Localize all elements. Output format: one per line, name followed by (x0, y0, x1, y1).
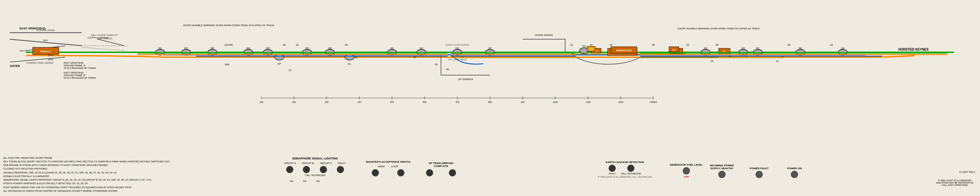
svg-text:800: 800 (488, 101, 492, 103)
svg-text:UP  LOOP  MAIN: UP LOOP MAIN (448, 58, 467, 61)
note-line10: ALL DISTANCES IN YARDS FROM CENTRE OF SI… (3, 189, 225, 193)
up-train-indicator-2 (449, 169, 456, 177)
svg-text:CONNECTING SIDING: CONNECTING SIDING (26, 61, 54, 64)
earth-call-label: CALL TECHNICIAN (620, 172, 641, 175)
up-train-panel: UP TRAIN ARRIVED COMPLETE (422, 162, 461, 177)
svg-text:500: 500 (390, 101, 394, 103)
earth-leakage-panel: EARTH LEAKAGE DETECTION FAULT CALL TECHN… (598, 161, 652, 178)
notes-section: ALL ELECTRIC MINIATURE LEVER FRAME KEY T… (3, 156, 225, 193)
power-on-title: POWER ON (787, 167, 802, 170)
loop-label: LOOP (391, 165, 398, 168)
svg-text:1200: 1200 (618, 101, 623, 103)
svg-text:GF'B': GF'B' (48, 59, 53, 61)
group-a-panel: GROUP A (284, 162, 296, 165)
svg-text:28: 28 (283, 43, 286, 46)
svg-text:700: 700 (455, 101, 459, 103)
generator-panel: GENERATOR FUEL LEVEL Low (670, 163, 703, 178)
shunters-title: SHUNTER'S ACCEPTANCE SWITCH (366, 160, 410, 163)
group-a-indicator (286, 166, 293, 173)
group-b-indicator (303, 166, 310, 173)
svg-text:KE: KE (704, 47, 708, 49)
svg-text:EB: EB (211, 47, 214, 49)
svg-text:OXTED: OXTED (10, 64, 20, 68)
svg-text:29: 29 (345, 43, 348, 46)
svg-text:1100: 1100 (585, 101, 590, 103)
svg-text:EC: EC (184, 47, 188, 49)
earth-leakage-title: EARTH LEAKAGE DETECTION (598, 161, 652, 164)
svg-text:EA: EA (247, 47, 250, 49)
incoming-power-panel: INCOMING POWER SUPPLY HEALTHY (706, 164, 738, 178)
svg-text:KS: KS (590, 48, 593, 50)
incoming-power-title: INCOMING POWER SUPPLY HEALTHY (706, 164, 738, 170)
svg-text:38: 38 (652, 43, 655, 46)
svg-text:KL: KL (348, 62, 351, 65)
incoming-power-indicator (718, 171, 725, 178)
svg-text:HORSTED KEYNES: HORSTED KEYNES (898, 48, 929, 51)
note-line1: ALL ELECTRIC MINIATURE LEVER FRAME (3, 156, 225, 160)
group-a-label: GROUP A (284, 162, 296, 165)
svg-text:37: 37 (289, 69, 292, 72)
group-b-label: GROUP B (302, 162, 314, 165)
group-b-panel: GROUP B (302, 162, 314, 165)
svg-text:KR: KR (266, 47, 269, 49)
svg-text:33: 33 (609, 43, 612, 46)
on-label-1: ON (290, 180, 293, 182)
generator-indicator (683, 167, 690, 174)
svg-text:300: 300 (325, 101, 329, 103)
svg-text:KM: KM (328, 47, 332, 49)
svg-text:KS: KS (582, 45, 586, 47)
power-on-panel: POWER ON (787, 167, 802, 178)
svg-text:KH: KH (420, 47, 423, 49)
svg-text:25: 25 (711, 60, 714, 63)
svg-text:NECK: NECK (20, 49, 27, 52)
svg-text:KP: KP (278, 62, 281, 65)
svg-text:YARDS: YARDS (649, 101, 657, 103)
svg-text:1000: 1000 (553, 101, 558, 103)
svg-text:DOWN SIDING: DOWN SIDING (535, 33, 553, 37)
power-fault-indicator (756, 171, 763, 178)
fault-label: FAULT (338, 162, 345, 165)
group-c-label: GROUP C (320, 162, 332, 165)
main-container: KINGSCOTE 'KC' No. 1229 ✛ DOWN KING LEVE… (0, 0, 980, 196)
note-line4: CLOSING OUT FACILITIES PROVIDED (3, 167, 225, 171)
generator-title: GENERATOR FUEL LEVEL (670, 163, 703, 166)
e-light-fails: E LIGHT FAILS (959, 171, 975, 173)
group-c-indicator (320, 166, 327, 173)
shunters-acceptance-panel: SHUNTER'S ACCEPTANCE SWITCH MAIN LOOP (366, 160, 410, 177)
svg-point-51 (275, 54, 284, 60)
svg-text:Platform 1: Platform 1 (40, 50, 51, 53)
svg-text:900: 900 (521, 101, 525, 103)
svg-text:KINGSCOTE: KINGSCOTE (616, 49, 632, 52)
power-fault-panel: POWER FAULT (750, 167, 768, 178)
semaphore-on-labels: ON ON ON (290, 180, 320, 182)
generator-status: Low (670, 175, 703, 178)
note-line9: FONT WHERE HANDS FOR USE OF OPERATING ST… (3, 186, 225, 189)
up-train-title: UP TRAIN ARRIVED COMPLETE (422, 162, 461, 167)
svg-text:MAIN  LOOP  DOWN: MAIN LOOP DOWN (445, 43, 469, 46)
svg-text:39: 39 (716, 43, 719, 46)
svg-text:KF: KF (488, 47, 492, 49)
svg-text:KJ: KJ (673, 49, 676, 51)
svg-text:GF'A': GF'A' (48, 54, 53, 56)
svg-text:KK: KK (390, 47, 394, 49)
svg-text:400: 400 (357, 101, 361, 103)
svg-text:ED: ED (158, 47, 162, 49)
svg-text:GROUND FRAME 'B': GROUND FRAME 'B' (64, 74, 86, 76)
main-switch-indicator (372, 169, 379, 177)
svg-text:SHORT AUDIBLE WARNING GIVEN WH: SHORT AUDIBLE WARNING GIVEN WHEN TRAIN O… (678, 27, 760, 30)
svg-point-53 (345, 54, 354, 60)
svg-text:GF B 2 RELEASED BY TOKEN: GF B 2 RELEASED BY TOKEN (64, 67, 96, 69)
svg-text:100: 100 (259, 101, 263, 103)
note-line6: SIGNALS ELECTRICALLY ILLUMINATED (3, 174, 225, 178)
main-label: MAIN (378, 165, 385, 168)
if-red-light-additions: IF RED LIGHT IS ILLUMINATED ADDITIONS MA… (936, 179, 974, 186)
power-on-indicator (791, 171, 798, 178)
svg-text:KN: KN (305, 47, 309, 49)
earth-call-indicator (627, 165, 635, 172)
track-diagram-svg: Platform 1 KINGSCOTE KS KJ KF ED EC EB E… (0, 0, 980, 105)
svg-text:KG: KG (455, 47, 459, 49)
svg-text:36: 36 (446, 68, 449, 71)
earth-fault-indicator (609, 165, 616, 172)
svg-text:22: 22 (296, 43, 299, 46)
svg-text:41: 41 (776, 60, 779, 63)
